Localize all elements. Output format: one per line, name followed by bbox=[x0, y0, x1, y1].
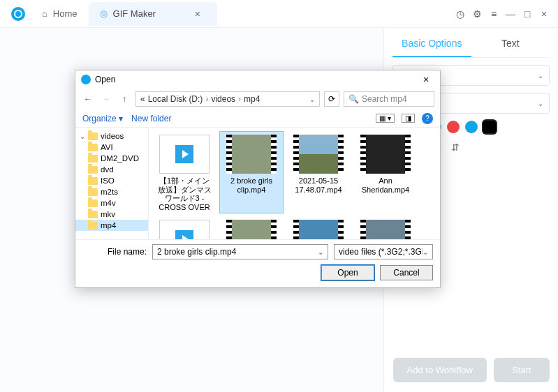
filetype-value: video files (*.3G2;*.3GP;*.AVI;*.D bbox=[339, 247, 423, 257]
file-thumb bbox=[360, 220, 411, 239]
tree-item-m4v[interactable]: m4v bbox=[75, 197, 148, 209]
tree-item-videos[interactable]: ⌄videos bbox=[75, 130, 148, 142]
expand-icon[interactable]: ⌄ bbox=[80, 133, 85, 140]
folder-tree[interactable]: ⌄videosAVIDM2_DVDdvdISOm2tsm4vmkvmp4 bbox=[75, 128, 149, 239]
folder-icon bbox=[88, 188, 98, 196]
folder-icon bbox=[88, 166, 98, 174]
crumb[interactable]: Local Disk (D:) bbox=[148, 94, 203, 104]
filename-value: 2 broke girls clip.mp4 bbox=[157, 247, 236, 257]
chevron-down-icon: ⌄ bbox=[318, 248, 323, 256]
bottom-buttons: Add to Workflow Start bbox=[393, 358, 550, 382]
tree-item-DM2_DVD[interactable]: DM2_DVD bbox=[75, 153, 148, 164]
file-item[interactable]: 【1部・メイン放送】ダンマスワールド3 - CROSS OVER and ASS… bbox=[153, 132, 216, 213]
tree-label: mkv bbox=[101, 210, 115, 218]
start-button[interactable]: Start bbox=[494, 358, 550, 382]
gif-icon: ◎ bbox=[100, 8, 108, 19]
maximize-icon[interactable]: □ bbox=[519, 6, 536, 22]
preview-pane-icon[interactable]: ◨ bbox=[402, 114, 415, 123]
file-thumb bbox=[226, 220, 277, 239]
file-item[interactable] bbox=[354, 217, 417, 239]
filetype-select[interactable]: video files (*.3G2;*.3GP;*.AVI;*.D ⌄ bbox=[334, 244, 433, 259]
open-button[interactable]: Open bbox=[321, 265, 374, 280]
gear-icon[interactable]: ⚙ bbox=[469, 6, 485, 22]
chevron-down-icon[interactable]: ⌄ bbox=[309, 96, 315, 103]
tab-basic-options[interactable]: Basic Options bbox=[392, 28, 471, 57]
file-thumb bbox=[159, 135, 210, 174]
file-item[interactable] bbox=[220, 217, 283, 239]
back-button[interactable]: ← bbox=[81, 94, 95, 104]
file-item[interactable] bbox=[287, 217, 350, 239]
filename-input[interactable]: 2 broke girls clip.mp4 ⌄ bbox=[152, 244, 328, 259]
file-name: 2 broke girls clip.mp4 bbox=[223, 176, 280, 194]
tree-item-mkv[interactable]: mkv bbox=[75, 209, 148, 220]
file-name: 2021-05-15 17.48.07.mp4 bbox=[290, 176, 347, 194]
tab-text[interactable]: Text bbox=[471, 28, 550, 57]
dialog-close-icon[interactable]: × bbox=[418, 74, 434, 85]
file-name: Ann Sheridan.mp4 bbox=[357, 176, 414, 194]
play-icon bbox=[175, 230, 193, 239]
tab-home[interactable]: ⌂ Home bbox=[31, 2, 89, 26]
crumb[interactable]: videos bbox=[211, 94, 235, 104]
file-item[interactable]: 2021-05-15 17.48.07.mp4 bbox=[287, 132, 350, 213]
forward-button[interactable]: → bbox=[99, 94, 113, 104]
tree-item-m2ts[interactable]: m2ts bbox=[75, 186, 148, 197]
open-dialog: Open × ← → ↑ « Local Disk (D:)› videos› … bbox=[75, 70, 441, 288]
new-folder-button[interactable]: New folder bbox=[131, 114, 171, 123]
tree-label: AVI bbox=[101, 143, 113, 151]
file-thumb bbox=[293, 220, 344, 239]
close-icon[interactable]: × bbox=[536, 6, 552, 22]
play-icon bbox=[175, 145, 193, 163]
dialog-title: Open bbox=[95, 75, 115, 84]
chevron-down-icon: ⌄ bbox=[423, 248, 428, 256]
cancel-button[interactable]: Cancel bbox=[380, 265, 433, 280]
organize-button[interactable]: Organize ▾ bbox=[82, 114, 123, 123]
up-button[interactable]: ↑ bbox=[117, 94, 131, 104]
tree-item-dvd[interactable]: dvd bbox=[75, 164, 148, 175]
swatch-blue[interactable] bbox=[465, 121, 478, 133]
filename-label: File name: bbox=[82, 247, 147, 257]
file-grid[interactable]: 【1部・メイン放送】ダンマスワールド3 - CROSS OVER and ASS… bbox=[149, 128, 440, 239]
refresh-button[interactable]: ⟳ bbox=[324, 91, 339, 107]
folder-icon bbox=[88, 199, 98, 207]
file-name: 【1部・メイン放送】ダンマスワールド3 - CROSS OVER and ASS… bbox=[156, 176, 213, 210]
close-tab-icon[interactable]: × bbox=[189, 6, 206, 22]
folder-icon bbox=[88, 144, 98, 151]
minimize-icon[interactable]: — bbox=[502, 6, 519, 22]
file-item[interactable]: 2 broke girls clip.mp4 bbox=[220, 132, 283, 213]
menu-icon[interactable]: ≡ bbox=[485, 6, 502, 22]
flip-v-icon[interactable]: ⇵ bbox=[451, 142, 460, 153]
swatch-red[interactable] bbox=[447, 121, 460, 133]
file-item[interactable] bbox=[153, 217, 216, 239]
search-placeholder: Search mp4 bbox=[362, 94, 407, 104]
add-to-workflow-button[interactable]: Add to Workflow bbox=[393, 358, 487, 382]
tree-label: ISO bbox=[101, 176, 115, 185]
search-input[interactable]: 🔍 Search mp4 bbox=[344, 91, 434, 107]
crumb[interactable]: mp4 bbox=[244, 94, 260, 104]
file-item[interactable]: Ann Sheridan.mp4 bbox=[354, 132, 417, 213]
view-mode-icon[interactable]: ▦ ▾ bbox=[376, 114, 395, 123]
chevron-down-icon: ⌄ bbox=[538, 100, 543, 107]
tree-label: mp4 bbox=[101, 221, 116, 229]
tree-item-AVI[interactable]: AVI bbox=[75, 142, 148, 153]
tree-label: m4v bbox=[101, 199, 116, 207]
tab-label: GIF Maker bbox=[113, 8, 156, 19]
folder-icon bbox=[88, 133, 98, 140]
chevron-left-icon: « bbox=[140, 94, 145, 104]
folder-icon bbox=[88, 177, 98, 185]
help-icon[interactable]: ? bbox=[422, 113, 433, 124]
tree-item-mp4[interactable]: mp4 bbox=[75, 220, 148, 231]
title-bar: ⌂ Home ◎ GIF Maker × ◷ ⚙ ≡ — □ × bbox=[0, 0, 558, 28]
swatch-black[interactable] bbox=[483, 121, 496, 133]
tree-item-ISO[interactable]: ISO bbox=[75, 175, 148, 186]
history-icon[interactable]: ◷ bbox=[452, 6, 469, 22]
file-thumb bbox=[360, 135, 411, 174]
breadcrumb[interactable]: « Local Disk (D:)› videos› mp4 ⌄ bbox=[135, 91, 320, 107]
tree-label: videos bbox=[101, 132, 124, 140]
file-thumb bbox=[159, 220, 210, 239]
folder-icon bbox=[88, 222, 98, 229]
tab-gif-maker[interactable]: ◎ GIF Maker × bbox=[89, 2, 217, 26]
file-thumb bbox=[293, 135, 344, 174]
tree-label: m2ts bbox=[101, 188, 118, 196]
folder-icon bbox=[88, 155, 98, 163]
tree-label: dvd bbox=[101, 165, 114, 174]
